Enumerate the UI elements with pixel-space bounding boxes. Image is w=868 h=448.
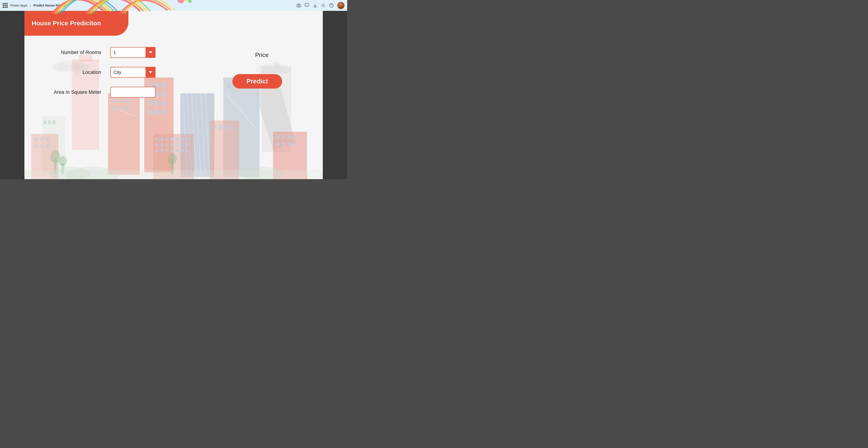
svg-rect-106 [224,125,228,129]
svg-rect-99 [276,142,280,146]
svg-rect-77 [176,137,179,141]
download-icon[interactable] [313,3,317,8]
rooms-row: Number of Rooms 1 2 3 4 5 6 [38,47,309,58]
location-select[interactable]: City Suburb Rural [110,67,156,78]
svg-rect-83 [170,143,174,147]
svg-rect-88 [160,149,164,152]
svg-rect-66 [35,137,38,141]
svg-point-3 [188,0,192,3]
sidebar-left [0,11,24,179]
svg-point-1 [182,0,187,0]
topbar-title: Power Apps | Predict House Prices [10,4,65,7]
svg-rect-43 [161,109,166,115]
svg-rect-6 [305,4,309,6]
topbar: Power Apps | Predict House Prices [0,0,347,11]
svg-point-8 [323,5,324,6]
svg-rect-104 [213,125,216,129]
svg-rect-78 [180,137,184,141]
svg-rect-96 [282,135,285,139]
area-input[interactable] [110,87,156,98]
svg-rect-75 [165,137,168,141]
svg-rect-41 [148,109,152,115]
rooms-control: 1 2 3 4 5 6 [110,47,156,58]
svg-rect-102 [293,142,297,146]
svg-rect-42 [154,109,159,115]
svg-rect-85 [180,143,184,147]
svg-rect-76 [170,137,174,141]
svg-rect-105 [219,125,222,129]
power-apps-label: Power Apps [10,4,27,7]
settings-icon[interactable] [321,3,326,8]
svg-rect-29 [48,120,51,124]
svg-rect-69 [35,144,38,148]
svg-point-111 [59,156,67,166]
location-label: Location [38,69,110,75]
svg-point-5 [298,5,300,6]
svg-rect-89 [165,149,168,152]
main-wrapper: House Price Prediciton [0,11,347,179]
svg-rect-90 [170,149,174,152]
rooms-label: Number of Rooms [38,50,110,55]
svg-rect-74 [160,137,164,141]
svg-rect-82 [165,143,168,147]
svg-rect-92 [180,149,184,152]
svg-rect-79 [185,137,188,141]
area-control [110,87,156,98]
svg-rect-80 [156,143,159,147]
svg-point-109 [50,150,60,163]
price-label: Price [255,52,269,59]
svg-point-0 [178,0,184,3]
svg-rect-100 [282,142,285,146]
svg-rect-97 [288,135,291,139]
form-area: Number of Rooms 1 2 3 4 5 6 Location [24,38,323,107]
svg-point-2 [185,0,190,1]
svg-rect-30 [53,120,55,124]
area-label: Area In Square Meter [38,89,110,95]
apps-icon[interactable] [3,3,8,8]
content-area: House Price Prediciton [24,11,323,179]
predict-button[interactable]: Predict [232,74,282,89]
svg-rect-95 [276,135,280,139]
header-banner: House Price Prediciton [24,11,128,36]
sidebar-right [323,11,347,179]
location-control: City Suburb Rural [110,67,156,78]
svg-rect-91 [176,149,179,152]
separator: | [30,4,31,7]
help-icon[interactable] [329,3,334,8]
svg-point-10 [339,3,342,6]
svg-rect-70 [40,144,43,148]
svg-rect-86 [185,143,188,147]
topbar-icons [297,2,344,9]
svg-rect-73 [156,137,159,141]
svg-rect-107 [230,125,233,129]
svg-rect-67 [40,137,43,141]
page-title-topbar: Predict House Prices [33,4,65,7]
svg-rect-28 [43,120,46,124]
svg-rect-87 [156,149,159,152]
rooms-select[interactable]: 1 2 3 4 5 6 [110,47,156,58]
svg-rect-101 [288,142,291,146]
svg-rect-84 [176,143,179,147]
svg-rect-81 [160,143,164,147]
app-title: House Price Prediciton [32,20,101,27]
svg-rect-93 [185,149,188,152]
svg-rect-98 [293,135,297,139]
svg-point-113 [168,153,177,164]
comment-icon[interactable] [305,3,309,8]
avatar[interactable] [337,2,344,9]
camera-icon[interactable] [297,3,301,8]
svg-rect-71 [46,144,49,148]
svg-rect-68 [46,137,49,141]
